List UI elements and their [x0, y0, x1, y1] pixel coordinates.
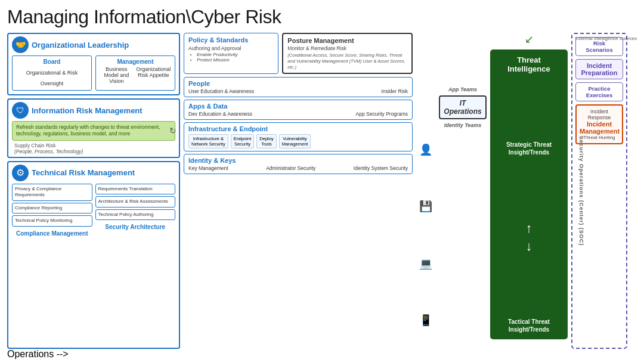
compliance-box-1: Privacy & Compliance Requirements [12, 184, 92, 201]
people-icon: 👤 [419, 143, 432, 156]
ops-apps-sub: Dev Education & Awareness App Security P… [188, 111, 408, 117]
ops-identity-title: Identity & Keys [188, 157, 408, 164]
threat-tactical: Tactical Threat Insight/Trends [495, 318, 563, 333]
page-title: Managing Information\Cyber Risk [7, 6, 637, 28]
it-ops-box: IT Operations [439, 95, 487, 119]
green-note: Refresh standards regularly with changes… [12, 121, 175, 141]
ops-people-title: People [188, 80, 408, 87]
supply-chain-sub: (People, Process, Technology) [14, 148, 83, 154]
soc-vertical-label: Security Operations (Center) (SOC) [579, 136, 585, 246]
ops-people-right: Insider Risk [382, 88, 408, 94]
tech-risk-header: ⚙ Technical Risk Management [12, 165, 175, 181]
supply-chain: Supply Chain Risk (People, Process, Tech… [12, 143, 175, 154]
compliance-box-2: Compliance Reporting [12, 203, 92, 214]
security-arch-col: Requirements Translation Architecture & … [95, 184, 176, 237]
ext-intel-arrow: ↙ [490, 33, 568, 46]
ops-section: People User Education & Awareness Inside… [184, 77, 413, 349]
board-box: Board Organizational & Risk Oversight [12, 55, 92, 91]
soc-col: Risk Scenarios Incident Preparation Prac… [571, 33, 637, 349]
incident-mgmt-bottom: Threat Hunting [580, 135, 619, 140]
apps-icon: 💾 [419, 200, 432, 213]
compliance-col: Privacy & Compliance Requirements Compli… [12, 184, 92, 237]
infra-cell-3: DeployTools [256, 134, 276, 148]
tech-risk-section: ⚙ Technical Risk Management Privacy & Co… [7, 161, 180, 349]
mgmt-text1: Business Model and Vision [100, 66, 134, 84]
ops-identity-right: Identity System Security [354, 165, 408, 171]
threat-col: ↙ Threat Intelligence Strategic Threat I… [490, 33, 568, 349]
policy-sub: Authoring and Approval [188, 45, 274, 51]
org-leadership-icon: 🤝 [12, 36, 29, 53]
infra-icon: 💻 [419, 257, 432, 270]
infra-cell-1: Infrastructure &Network Security [188, 134, 228, 148]
threat-arrows: ↑ ↓ [526, 221, 532, 254]
ops-people-left: User Education & Awareness [188, 88, 254, 94]
main-container: Managing Information\Cyber Risk External… [0, 0, 644, 362]
infra-cell-4: VulnerabilityManagement [279, 134, 311, 148]
org-leadership-section: 🤝 Organizational Leadership Board Organi… [7, 33, 180, 95]
arch-box-2: Architecture & Risk Assessments [95, 196, 176, 207]
infra-sub-grid: Infrastructure &Network Security Endpoin… [188, 134, 408, 148]
threat-up-arrow: ↑ [526, 221, 532, 236]
ops-people-sub: User Education & Awareness Insider Risk [188, 88, 408, 94]
arch-label: Security Architecture [95, 224, 176, 230]
supply-chain-text: Supply Chain Risk [14, 143, 55, 148]
soc-practice-title: Practice Exercises [579, 85, 620, 98]
info-risk-section: 🛡 Information Risk Management Refresh st… [7, 98, 180, 158]
info-risk-header: 🛡 Information Risk Management [12, 102, 175, 119]
ops-apps-row: Apps & Data Dev Education & Awareness Ap… [184, 100, 413, 120]
threat-box: Threat Intelligence Strategic Threat Ins… [490, 49, 568, 339]
ops-identity-mid: Administrator Security [266, 165, 315, 171]
tech-risk-icon: ⚙ [12, 165, 29, 181]
info-risk-note-container: Refresh standards regularly with changes… [12, 121, 175, 141]
policy-bullet-2: Protect Mission [197, 57, 274, 63]
soc-incident-prep: Incident Preparation [575, 59, 623, 79]
org-leadership-title: Organizational Leadership [32, 41, 129, 49]
board-mgmt-row: Board Organizational & Risk Oversight Ma… [12, 55, 175, 91]
ops-infra-title: Infrastructure & Endpoint [188, 125, 408, 132]
ops-apps-left: Dev Education & Awareness [188, 111, 252, 117]
ops-identity-sub: Key Management Administrator Security Id… [188, 165, 408, 171]
posture-box: Posture Management Monitor & Remediate R… [282, 33, 413, 74]
info-risk-icon: 🛡 [12, 102, 29, 119]
app-teams-label: App Teams [439, 86, 487, 92]
icons-column: 👤 💾 💻 📱 [416, 33, 435, 349]
policy-bullet-1: Enable Productivity [197, 52, 274, 57]
info-risk-title: Information Risk Management [32, 106, 143, 115]
mgmt-text2: Organizational Risk Appetite [136, 66, 171, 84]
middle-column: Policy & Standards Authoring and Approva… [184, 33, 413, 349]
posture-sub: Monitor & Remediate Risk [287, 45, 407, 51]
content-area: 🤝 Organizational Leadership Board Organi… [7, 33, 637, 349]
infra-cell-2: EndpointSecurity [231, 134, 255, 148]
tech-risk-body: Privacy & Compliance Requirements Compli… [12, 184, 175, 237]
refresh-icon: ↻ [169, 126, 177, 135]
ops-identity-row: Identity & Keys Key Management Administr… [184, 154, 413, 174]
compliance-box-3: Technical Policy Monitoring [12, 215, 92, 226]
soc-incident-prep-title: Incident Preparation [579, 62, 620, 76]
policy-box: Policy & Standards Authoring and Approva… [184, 33, 278, 74]
threat-title: Threat Intelligence [495, 55, 563, 73]
board-text: Organizational & Risk Oversight [26, 70, 78, 86]
management-box: Management Business Model and Vision Org… [95, 55, 175, 91]
soc-practice: Practice Exercises [575, 82, 623, 101]
soc-risk-scenarios: Risk Scenarios [575, 37, 623, 56]
threat-strategic: Strategic Threat Insight/Trends [495, 141, 563, 156]
ops-apps-title: Apps & Data [188, 103, 408, 110]
policy-bullets: Enable Productivity Protect Mission [188, 52, 274, 63]
ops-apps-right: App Security Programs [356, 111, 408, 117]
identity-icon: 📱 [419, 314, 432, 327]
board-label: Board [16, 58, 88, 65]
posture-title: Posture Management [287, 37, 407, 44]
teams-col: App Teams IT Operations Identity Teams [439, 33, 487, 349]
arch-box-1: Requirements Translation [95, 184, 176, 194]
policy-title: Policy & Standards [188, 36, 274, 44]
threat-down-arrow: ↓ [526, 239, 532, 254]
it-ops-title: IT Operations [444, 99, 482, 116]
org-leadership-header: 🤝 Organizational Leadership [12, 36, 175, 53]
left-column: 🤝 Organizational Leadership Board Organi… [7, 33, 180, 349]
identity-teams-label: Identity Teams [439, 122, 487, 128]
incident-mgmt-top: Incident Response [580, 109, 619, 120]
soc-risk-title: Risk Scenarios [579, 40, 620, 53]
incident-mgmt-main: Incident Management [580, 120, 619, 135]
ops-people-row: People User Education & Awareness Inside… [184, 77, 413, 97]
management-label: Management [100, 58, 171, 65]
